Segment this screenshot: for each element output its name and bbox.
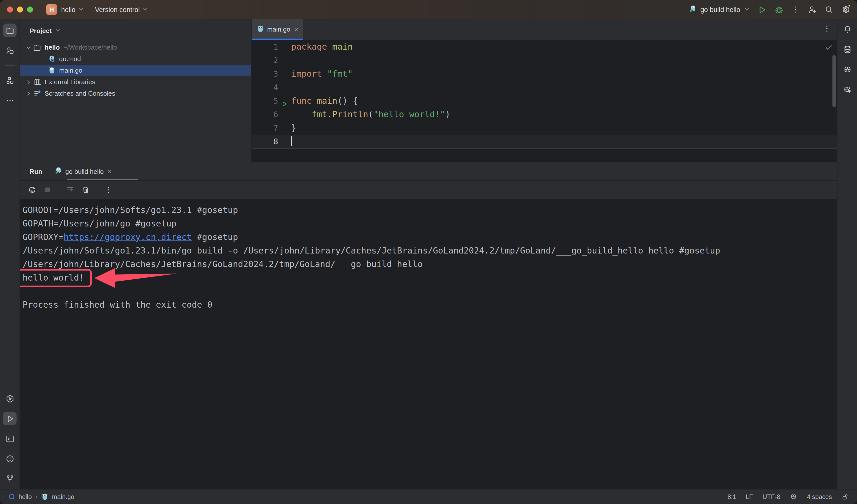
run-tab-go-build-hello[interactable]: go build hello ×: [55, 162, 112, 180]
text-caret: [291, 136, 292, 146]
chevron-expanded-icon[interactable]: [24, 44, 33, 50]
code-token: package: [291, 41, 327, 52]
stripe-item-services[interactable]: [3, 392, 17, 405]
code-line-7[interactable]: 7}: [252, 121, 837, 135]
tree-item-scratches-and-consoles[interactable]: Scratches and Consoles: [20, 88, 251, 99]
stripe-item-gopher-chat[interactable]: [840, 83, 854, 96]
tab-options-kebab-icon[interactable]: [822, 24, 831, 35]
close-run-tab-icon[interactable]: ×: [108, 167, 112, 175]
stripe-item-problems[interactable]: [3, 452, 17, 465]
stripe-divider: [5, 65, 15, 66]
stripe-item-terminal[interactable]: [3, 432, 17, 446]
code-line-4[interactable]: 4: [252, 81, 837, 94]
status-widgets: 8:1LFUTF-84 spaces: [727, 493, 848, 501]
encoding-widget[interactable]: UTF-8: [762, 493, 780, 500]
clear-all-button[interactable]: [81, 185, 90, 194]
caret-position-widget[interactable]: 8:1: [727, 493, 736, 500]
run-button[interactable]: [757, 5, 767, 14]
tree-item-label: Scratches and Consoles: [45, 90, 115, 97]
search-everywhere[interactable]: [824, 5, 834, 14]
code-line-1[interactable]: 1package main: [252, 40, 837, 54]
tree-item-external-libraries[interactable]: External Libraries: [20, 76, 251, 88]
line-number: 8: [252, 135, 278, 148]
code-line-2[interactable]: 2: [252, 54, 837, 67]
line-separator-widget[interactable]: LF: [746, 493, 753, 500]
editor-tab-label: main.go: [267, 25, 290, 33]
editor-scrollbar[interactable]: [833, 55, 836, 107]
stripe-item-run[interactable]: [3, 412, 17, 425]
close-window-button[interactable]: [7, 6, 13, 13]
settings-button[interactable]: [841, 5, 850, 14]
stripe-item-gopher-tool[interactable]: [840, 63, 854, 76]
tree-item-label: External Libraries: [45, 78, 95, 86]
go-status-widget[interactable]: [790, 493, 797, 501]
tree-item-hello[interactable]: hello~/Workspace/hello: [20, 41, 251, 53]
scroll-to-end-button[interactable]: [66, 185, 75, 194]
stripe-item-structure[interactable]: [3, 74, 17, 87]
project-badge[interactable]: H: [46, 4, 57, 15]
code-line-3[interactable]: 3import "fmt": [252, 67, 837, 81]
annotation-arrow-icon: [94, 267, 179, 289]
run-toolbar: [20, 181, 837, 199]
console-line: Process finished with the exit code 0: [22, 298, 837, 312]
stripe-item-project-folder[interactable]: [3, 23, 17, 37]
active-tab-underline: [252, 38, 303, 40]
console-text: /Users/john/Softs/go1.23.1/bin/go build …: [22, 245, 720, 256]
run-tab-label: go build hello: [65, 168, 104, 175]
stripe-item-notifications-bell[interactable]: [840, 22, 854, 36]
inspections-ok-check-icon[interactable]: [825, 44, 833, 54]
stripe-item-git-branch[interactable]: [3, 472, 17, 485]
code-token: func: [291, 96, 312, 106]
run-tab-underline: [67, 179, 138, 180]
more-actions-kebab[interactable]: [791, 5, 800, 14]
tree-item-main.go[interactable]: main.go: [20, 65, 251, 76]
settings-notification-dot: [847, 4, 851, 7]
chevron-collapsed-icon[interactable]: [24, 90, 33, 97]
debug-button[interactable]: [774, 5, 784, 14]
project-menu[interactable]: hello: [61, 6, 84, 13]
console-text: GOPATH=/Users/john/go #gosetup: [22, 219, 177, 228]
breadcrumb-item-main.go[interactable]: main.go: [52, 493, 74, 500]
code-line-5[interactable]: 5func main() {: [252, 94, 837, 108]
project-panel-title[interactable]: Project: [30, 27, 52, 35]
chevron-collapsed-icon[interactable]: [24, 79, 33, 85]
code-token: .: [327, 109, 332, 119]
breadcrumb-chevron-icon: ›: [35, 493, 38, 501]
stripe-item-database[interactable]: [840, 42, 854, 56]
tree-item-path: ~/Workspace/hello: [63, 44, 117, 51]
code-line-6[interactable]: 6 fmt.Println("hello world!"): [252, 108, 837, 121]
code-with-me[interactable]: [808, 5, 817, 14]
stop-button[interactable]: [43, 185, 52, 194]
tree-item-go.mod[interactable]: go.mod: [20, 53, 251, 65]
indent-widget[interactable]: 4 spaces: [807, 493, 832, 500]
code-editor[interactable]: 1package main23import "fmt"45func main()…: [252, 40, 837, 148]
rerun-button[interactable]: [28, 185, 37, 194]
console-text: /Users/john/Library/Caches/JetBrains/GoL…: [22, 259, 423, 269]
minimize-window-button[interactable]: [17, 6, 23, 13]
run-configuration-selector[interactable]: go build hello: [689, 5, 750, 14]
line-number: 5: [252, 94, 278, 108]
console-options-kebab[interactable]: [104, 185, 113, 194]
code-line-8[interactable]: 8: [252, 135, 837, 148]
chevron-down-icon: [744, 6, 750, 13]
go-run-config-icon: [55, 167, 62, 176]
console-text: GOPROXY=: [22, 232, 64, 242]
run-panel-title: Run: [30, 168, 43, 175]
status-bar: hello›main.go 8:1LFUTF-84 spaces: [0, 489, 857, 504]
zoom-window-button[interactable]: [27, 6, 33, 13]
project-tool-window: Project hello~/Workspace/hellogo.modmain…: [20, 19, 252, 162]
stripe-item-pull-requests[interactable]: ?: [3, 44, 17, 57]
console-line: GOROOT=/Users/john/Softs/go1.23.1 #goset…: [22, 204, 837, 217]
project-square-icon: [9, 493, 15, 500]
stripe-item-more-tools[interactable]: [3, 94, 17, 107]
close-tab-icon[interactable]: ×: [295, 25, 299, 33]
svg-text:?: ?: [11, 50, 12, 53]
run-console[interactable]: GOROOT=/Users/john/Softs/go1.23.1 #goset…: [20, 199, 837, 489]
breadcrumb-item-hello[interactable]: hello: [19, 493, 32, 500]
editor-tab-maingo[interactable]: main.go ×: [252, 19, 303, 40]
tree-item-label: go.mod: [59, 55, 81, 63]
file-writable-lock[interactable]: [841, 493, 848, 500]
run-config-label: go build hello: [700, 6, 740, 13]
goproxy-link[interactable]: https://goproxy.cn,direct: [64, 232, 192, 242]
vcs-menu[interactable]: Version control: [95, 6, 148, 13]
